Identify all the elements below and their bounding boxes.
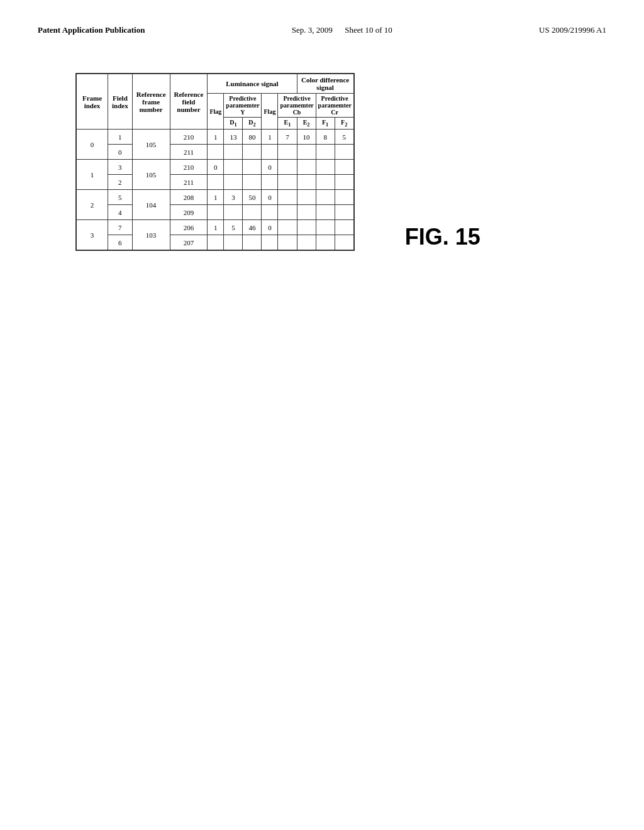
color-f2-cell bbox=[335, 160, 353, 175]
color-f1-cell bbox=[316, 220, 335, 235]
frame-index-header: Frame index bbox=[77, 74, 108, 130]
lum-d2-cell bbox=[243, 205, 262, 220]
ref-field-number-header: Referencefield number bbox=[170, 74, 208, 130]
ref-frame-cell: 105 bbox=[132, 130, 170, 160]
field-index-cell: 4 bbox=[108, 205, 133, 220]
header-patent-number: US 2009/219996 A1 bbox=[539, 25, 606, 35]
color-f1-cell: 8 bbox=[316, 130, 335, 145]
color-flag-cell bbox=[262, 145, 278, 160]
color-param-cb-header: Predictiveparamemter Cb bbox=[278, 94, 316, 118]
lum-d1-cell bbox=[224, 145, 243, 160]
color-e2-cell bbox=[297, 175, 316, 190]
color-f2-cell bbox=[335, 235, 353, 250]
color-f1-header: F1 bbox=[316, 118, 335, 130]
lum-param-y-header: Predictiveparamemter Y bbox=[224, 94, 262, 118]
lum-d1-header: D1 bbox=[224, 118, 243, 130]
color-f2-cell bbox=[335, 175, 353, 190]
color-e1-cell bbox=[278, 205, 297, 220]
lum-d1-cell bbox=[224, 160, 243, 175]
color-e1-header: E1 bbox=[278, 118, 297, 130]
table-row: 3 7 103 206 1 5 46 0 bbox=[77, 220, 354, 235]
header-date: Sep. 3, 2009 bbox=[292, 25, 333, 35]
color-flag-cell bbox=[262, 235, 278, 250]
color-flag-cell bbox=[262, 205, 278, 220]
lum-d2-cell: 46 bbox=[243, 220, 262, 235]
field-index-cell: 5 bbox=[108, 190, 133, 205]
color-f1-cell bbox=[316, 235, 335, 250]
lum-flag-cell: 1 bbox=[208, 220, 224, 235]
color-e2-cell bbox=[297, 145, 316, 160]
header-date-sheet: Sep. 3, 2009 Sheet 10 of 10 bbox=[292, 25, 392, 35]
color-e2-cell bbox=[297, 235, 316, 250]
lum-d1-cell: 3 bbox=[224, 190, 243, 205]
lum-d1-cell bbox=[224, 205, 243, 220]
color-e2-cell bbox=[297, 205, 316, 220]
table-row: 0 1 105 210 1 13 80 1 7 10 8 5 bbox=[77, 130, 354, 145]
figure-label-container: FIG. 15 bbox=[392, 73, 480, 250]
color-f1-cell bbox=[316, 190, 335, 205]
field-index-cell: 3 bbox=[108, 160, 133, 175]
lum-flag-cell: 1 bbox=[208, 130, 224, 145]
lum-d2-cell bbox=[243, 235, 262, 250]
color-f2-cell bbox=[335, 205, 353, 220]
page: Patent Application Publication Sep. 3, 2… bbox=[0, 0, 644, 830]
main-content: Frame index Field index Referenceframe n… bbox=[38, 73, 606, 251]
frame-index-cell: 2 bbox=[77, 190, 108, 220]
table-row: 0 211 bbox=[77, 145, 354, 160]
ref-field-cell: 207 bbox=[170, 235, 208, 250]
field-index-cell: 6 bbox=[108, 235, 133, 250]
ref-field-cell: 211 bbox=[170, 175, 208, 190]
lum-flag-cell bbox=[208, 205, 224, 220]
lum-d2-cell bbox=[243, 145, 262, 160]
lum-d2-cell bbox=[243, 160, 262, 175]
color-e1-cell: 7 bbox=[278, 130, 297, 145]
color-flag-cell: 0 bbox=[262, 220, 278, 235]
header-row-1: Frame index Field index Referenceframe n… bbox=[77, 74, 354, 94]
color-f2-cell bbox=[335, 220, 353, 235]
color-flag-header: Flag bbox=[262, 94, 278, 130]
color-f1-cell bbox=[316, 175, 335, 190]
lum-d1-cell bbox=[224, 175, 243, 190]
ref-field-cell: 210 bbox=[170, 160, 208, 175]
lum-flag-cell: 1 bbox=[208, 190, 224, 205]
field-index-header: Field index bbox=[108, 74, 133, 130]
lum-d2-header: D2 bbox=[243, 118, 262, 130]
page-header: Patent Application Publication Sep. 3, 2… bbox=[38, 25, 606, 35]
color-flag-cell bbox=[262, 175, 278, 190]
lum-d2-cell: 80 bbox=[243, 130, 262, 145]
color-e2-cell bbox=[297, 190, 316, 205]
color-f1-cell bbox=[316, 205, 335, 220]
color-diff-signal-header: Color difference signal bbox=[297, 74, 353, 94]
figure-label: FIG. 15 bbox=[405, 224, 480, 250]
lum-d2-cell: 50 bbox=[243, 190, 262, 205]
color-f2-header: F2 bbox=[335, 118, 353, 130]
table-row: 4 209 bbox=[77, 205, 354, 220]
lum-flag-cell: 0 bbox=[208, 160, 224, 175]
field-index-cell: 7 bbox=[108, 220, 133, 235]
ref-frame-cell: 103 bbox=[132, 220, 170, 250]
color-flag-cell: 0 bbox=[262, 160, 278, 175]
field-index-cell: 0 bbox=[108, 145, 133, 160]
lum-flag-header: Flag bbox=[208, 94, 224, 130]
ref-frame-cell: 104 bbox=[132, 190, 170, 220]
frame-index-cell: 3 bbox=[77, 220, 108, 250]
lum-flag-cell bbox=[208, 175, 224, 190]
color-e2-cell bbox=[297, 160, 316, 175]
ref-field-cell: 210 bbox=[170, 130, 208, 145]
color-e1-cell bbox=[278, 175, 297, 190]
color-param-cr-header: Predictiveparamemter Cr bbox=[316, 94, 353, 118]
lum-d2-cell bbox=[243, 175, 262, 190]
field-index-cell: 2 bbox=[108, 175, 133, 190]
table-row: 6 207 bbox=[77, 235, 354, 250]
color-e1-cell bbox=[278, 190, 297, 205]
ref-frame-number-header: Referenceframe number bbox=[132, 74, 170, 130]
data-table-container: Frame index Field index Referenceframe n… bbox=[75, 73, 355, 251]
color-f2-cell bbox=[335, 145, 353, 160]
ref-field-cell: 206 bbox=[170, 220, 208, 235]
color-e1-cell bbox=[278, 235, 297, 250]
header-sheet: Sheet 10 of 10 bbox=[345, 25, 392, 35]
table-row: 2 211 bbox=[77, 175, 354, 190]
ref-field-cell: 209 bbox=[170, 205, 208, 220]
color-e2-cell: 10 bbox=[297, 130, 316, 145]
field-index-cell: 1 bbox=[108, 130, 133, 145]
